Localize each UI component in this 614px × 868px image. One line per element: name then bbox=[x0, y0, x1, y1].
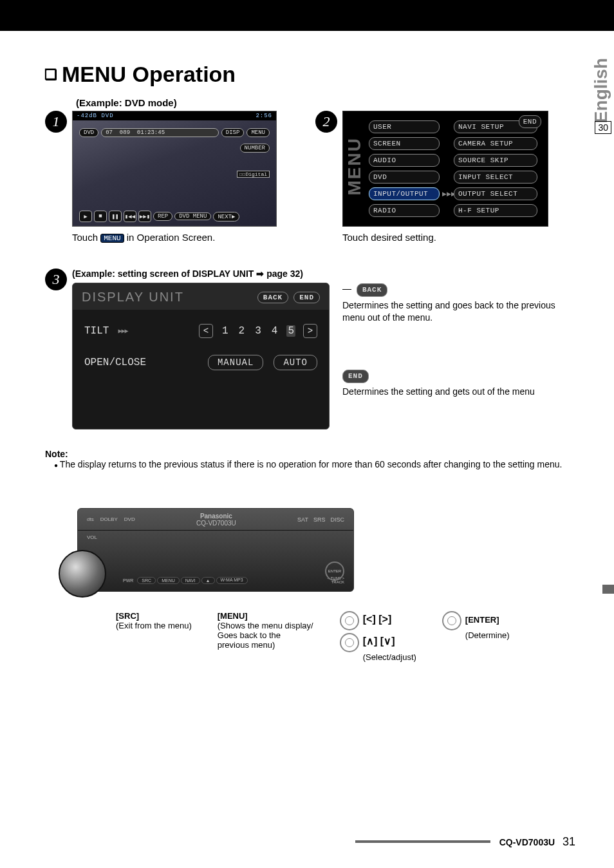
menu-key-desc: (Shows the menu display/ Goes back to th… bbox=[218, 621, 314, 650]
hw-eject-button[interactable]: ▲ bbox=[201, 577, 215, 584]
end-explain-text: Determines the setting and gets out of t… bbox=[342, 386, 575, 398]
head-unit-illustration: dts DOLBY DVD Panasonic CQ-VD7003U SAT S… bbox=[77, 508, 354, 592]
dvd-logo: DVD bbox=[124, 516, 135, 522]
page-title: ❏ MENU Operation bbox=[45, 62, 575, 87]
menu-item-dvd[interactable]: DVD bbox=[369, 171, 440, 184]
step-3-heading: (Example: setting screen of DISPLAY UNIT… bbox=[72, 269, 575, 279]
hw-enter-knob[interactable]: ENTER bbox=[325, 561, 344, 581]
tilt-option-5-selected[interactable]: 5 bbox=[286, 325, 295, 337]
enter-key-desc: (Determine) bbox=[465, 630, 510, 640]
note-heading: Note: bbox=[45, 449, 575, 459]
manual-button[interactable]: MANUAL bbox=[208, 355, 263, 370]
menu-item-input-select[interactable]: INPUT SELECT bbox=[454, 171, 537, 184]
tilt-option-2[interactable]: 2 bbox=[237, 325, 247, 337]
menu-item-audio[interactable]: AUDIO bbox=[369, 154, 440, 167]
menu-badge-inline: MENU bbox=[100, 234, 124, 243]
tilt-option-1[interactable]: 1 bbox=[221, 325, 230, 337]
tilt-option-3[interactable]: 3 bbox=[254, 325, 263, 337]
dts-logo: dts bbox=[87, 516, 94, 522]
hw-src-button[interactable]: SRC bbox=[137, 577, 156, 584]
footer-page-number: 31 bbox=[563, 835, 575, 848]
tilt-decrease-button[interactable]: < bbox=[199, 324, 213, 338]
menu-item-input-output[interactable]: INPUT/OUTPUT bbox=[369, 187, 440, 200]
dvd-operation-screen: -42dB DVD 2:56 DVD 07 089 01:23:45 DISP bbox=[72, 111, 277, 227]
title-text: MENU Operation bbox=[62, 62, 236, 87]
brand-label: Panasonic bbox=[196, 513, 236, 520]
ud-keys-label: [∧] [∨] bbox=[363, 636, 395, 646]
play-button[interactable]: ▶ bbox=[79, 211, 92, 222]
callout-line-icon bbox=[342, 289, 351, 290]
menu-button-osd[interactable]: MENU bbox=[247, 128, 270, 137]
dvd-time: 01:23:45 bbox=[137, 129, 165, 136]
stop-button[interactable]: ■ bbox=[94, 211, 107, 222]
vol-label: VOL bbox=[87, 534, 97, 540]
lr-keys-label: [<] [>] bbox=[363, 614, 391, 625]
menu-item-screen[interactable]: SCREEN bbox=[369, 137, 440, 150]
page-footer: CQ-VD7003U 31 bbox=[355, 835, 575, 849]
sat-logo: SAT bbox=[297, 516, 308, 523]
step-3-badge: 3 bbox=[45, 269, 67, 290]
menu-side-label: MENU bbox=[344, 137, 365, 195]
dolby-digital-badge: ☐☐Digital bbox=[237, 171, 270, 178]
disc-logo: DISC bbox=[330, 516, 344, 523]
next-button[interactable]: ▶▶▮ bbox=[138, 211, 151, 222]
auto-button[interactable]: AUTO bbox=[274, 355, 317, 370]
hw-wma-button[interactable]: W·MA MP3 bbox=[216, 577, 248, 583]
end-callout-badge: END bbox=[342, 370, 369, 383]
menu-item-hf-setup[interactable]: H-F SETUP bbox=[454, 204, 537, 217]
footer-model: CQ-VD7003U bbox=[499, 837, 555, 847]
track-label: TRACK bbox=[331, 580, 344, 584]
step-2-badge: 2 bbox=[315, 111, 337, 133]
menu-item-radio[interactable]: RADIO bbox=[369, 204, 440, 217]
note-item: The display returns to the previous stat… bbox=[54, 459, 575, 469]
step-1-badge: 1 bbox=[45, 111, 67, 133]
knob-lr-icon bbox=[340, 611, 359, 630]
knob-enter-icon bbox=[442, 611, 461, 630]
back-callout-badge: BACK bbox=[357, 283, 387, 297]
tilt-increase-button[interactable]: > bbox=[303, 324, 317, 338]
end-button[interactable]: END bbox=[293, 292, 320, 303]
dvd-menu-button[interactable]: DVD MENU bbox=[174, 212, 211, 220]
dvd-mode-badge: DVD bbox=[79, 128, 98, 137]
example-label-1: (Example: DVD mode) bbox=[76, 97, 575, 108]
knob-ud-icon bbox=[340, 633, 359, 652]
menu-item-user[interactable]: USER bbox=[369, 120, 440, 133]
end-button-top[interactable]: END bbox=[519, 115, 541, 128]
hw-navi-button[interactable]: NAVI bbox=[181, 577, 200, 584]
dvd-status-left: -42dB DVD bbox=[77, 113, 114, 119]
model-label: CQ-VD7003U bbox=[196, 520, 236, 527]
back-explain-text: Determines the setting and goes back to … bbox=[342, 299, 575, 324]
number-button[interactable]: NUMBER bbox=[240, 144, 270, 153]
srs-logo: SRS bbox=[313, 516, 326, 523]
hw-menu-button[interactable]: MENU bbox=[157, 577, 180, 584]
display-unit-title: DISPLAY UNIT bbox=[82, 290, 184, 305]
rep-button[interactable]: REP bbox=[153, 212, 172, 221]
prev-button[interactable]: ▮◀◀ bbox=[124, 211, 136, 222]
submenu-arrow-icon: ▶▶▶ bbox=[442, 191, 451, 197]
dolby-logo: DOLBY bbox=[100, 516, 118, 522]
next-page-button[interactable]: NEXT▶ bbox=[213, 212, 239, 222]
src-key-desc: (Exit from the menu) bbox=[116, 621, 192, 630]
back-button[interactable]: BACK bbox=[257, 292, 288, 303]
tilt-arrow-icon: ▶▶▶ bbox=[118, 327, 127, 335]
dvd-clock: 2:56 bbox=[256, 113, 272, 119]
menu-key-label: [MENU] bbox=[218, 611, 314, 621]
section-bullet-icon: ❏ bbox=[45, 69, 57, 80]
menu-item-source-skip[interactable]: SOURCE SKIP bbox=[454, 154, 537, 167]
src-key-label: [SRC] bbox=[116, 611, 192, 621]
pwr-label: PWR bbox=[123, 578, 133, 583]
dvd-chapter: 089 bbox=[120, 129, 130, 136]
menu-select-screen: MENU END USER NAVI SETUP SCREEN CAMERA S… bbox=[342, 111, 548, 227]
pause-button[interactable]: ❚❚ bbox=[109, 211, 122, 222]
step-2-caption: Touch desired setting. bbox=[342, 232, 548, 243]
volume-knob[interactable] bbox=[59, 550, 106, 598]
menu-item-output-select[interactable]: OUTPUT SELECT bbox=[454, 187, 537, 200]
menu-item-camera-setup[interactable]: CAMERA SETUP bbox=[454, 137, 537, 150]
tilt-label: TILT bbox=[84, 325, 109, 337]
disp-button[interactable]: DISP bbox=[221, 128, 245, 137]
select-adjust-desc: (Select/adjust) bbox=[363, 652, 416, 662]
enter-key-label: [ENTER] bbox=[465, 615, 499, 625]
tilt-option-4[interactable]: 4 bbox=[270, 325, 279, 337]
step-1-caption: Touch MENU in Operation Screen. bbox=[72, 232, 277, 243]
display-unit-screen: DISPLAY UNIT BACK END TILT ▶▶▶ bbox=[72, 283, 330, 429]
